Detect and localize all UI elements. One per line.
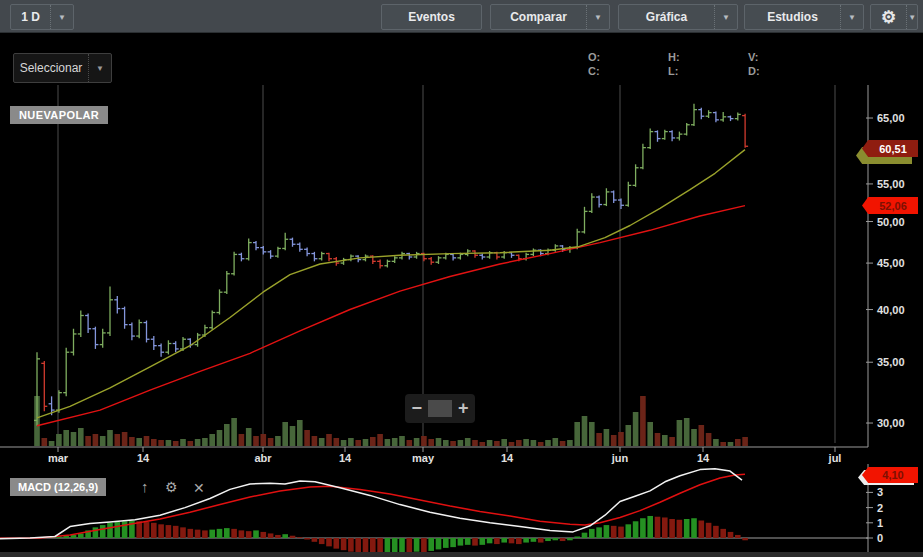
price-chart-canvas[interactable]: 65,0055,0050,0045,0040,0035,0030,00mar14… [0,0,923,557]
svg-text:14: 14 [339,452,352,464]
svg-text:may: may [412,452,435,464]
svg-text:14: 14 [501,452,514,464]
macd-settings-gear-icon[interactable]: ⚙ [165,480,178,494]
chevron-down-icon[interactable]: ▼ [88,54,111,82]
symbol-name-tag: NUEVAPOLAR [10,106,108,124]
macd-signal-badge: 4,10 [862,467,918,483]
top-toolbar: 1 D ▼ Eventos Comparar ▼ Gráfica ▼ Estud… [0,0,923,33]
svg-text:45,00: 45,00 [877,257,905,269]
high-field-label: H: [668,51,680,63]
svg-text:mar: mar [48,452,69,464]
macd-close-icon[interactable]: ✕ [193,481,205,495]
svg-text:jul: jul [828,452,842,464]
charting-app: 65,0055,0050,0045,0040,0035,0030,00mar14… [0,0,923,557]
svg-text:30,00: 30,00 [877,417,905,429]
comparar-button[interactable]: Comparar ▼ [490,4,610,30]
symbol-select-label: Seleccionar [14,61,88,75]
svg-text:14: 14 [697,452,710,464]
date-field-label: D: [748,65,760,77]
svg-text:40,00: 40,00 [877,304,905,316]
zoom-out-button[interactable]: − [405,395,428,422]
zoom-controls: − + [405,394,475,423]
svg-text:65,00: 65,00 [877,112,905,124]
estudios-label: Estudios [745,10,840,24]
symbol-select-dropdown[interactable]: Seleccionar ▼ [13,53,112,83]
comparar-label: Comparar [491,10,586,24]
red-ma-price-badge: 52,06 [862,197,918,214]
volume-field-label: V: [748,51,758,63]
settings-button[interactable]: ⚙ ▼ [870,4,918,30]
bottom-panel-strip [0,552,923,557]
period-label: 1 D [11,10,50,24]
open-field-label: O: [588,51,600,63]
last-price-badge: 60,51 [862,140,918,157]
svg-text:2: 2 [877,502,883,514]
eventos-button[interactable]: Eventos [381,4,482,30]
eventos-label: Eventos [382,10,481,24]
svg-text:55,00: 55,00 [877,178,905,190]
svg-text:14: 14 [137,452,150,464]
period-dropdown[interactable]: 1 D ▼ [10,4,74,30]
chevron-down-icon[interactable]: ▼ [586,5,609,29]
grafica-button[interactable]: Gráfica ▼ [618,4,738,30]
zoom-in-button[interactable]: + [452,395,475,422]
chevron-down-icon[interactable]: ▼ [840,5,863,29]
grafica-label: Gráfica [619,10,714,24]
chevron-down-icon[interactable]: ▼ [714,5,737,29]
svg-text:50,00: 50,00 [877,216,905,228]
svg-text:1: 1 [877,517,883,529]
low-field-label: L: [668,65,678,77]
gear-icon: ⚙ [871,9,906,26]
svg-text:abr: abr [254,452,272,464]
svg-text:35,00: 35,00 [877,356,905,368]
svg-text:0: 0 [877,532,883,544]
estudios-button[interactable]: Estudios ▼ [744,4,864,30]
chevron-down-icon[interactable]: ▼ [906,5,917,29]
macd-study-tag: MACD (12,26,9) [10,478,106,496]
close-field-label: C: [588,65,600,77]
expand-panel-arrow-icon[interactable]: ↑ [141,479,149,494]
chevron-down-icon[interactable]: ▼ [50,5,73,29]
svg-text:jun: jun [611,452,629,464]
svg-text:3: 3 [877,486,883,498]
zoom-divider [428,400,451,417]
